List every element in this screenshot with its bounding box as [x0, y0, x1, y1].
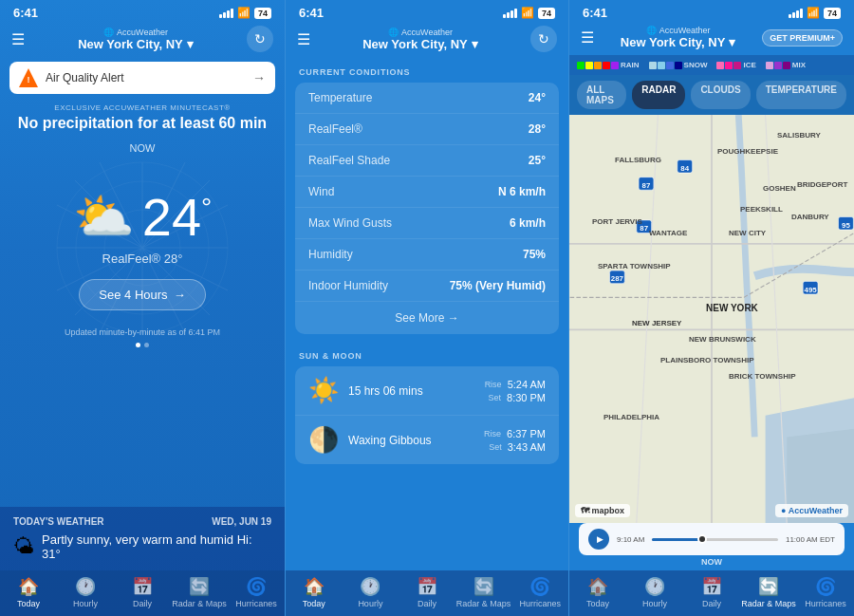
alert-bar[interactable]: Air Quality Alert →: [9, 62, 275, 94]
see-more-button[interactable]: See More →: [295, 302, 559, 334]
svg-text:287: 287: [611, 274, 624, 283]
svg-text:87: 87: [642, 181, 651, 190]
location-selector-3[interactable]: New York City, NY ▾: [621, 35, 736, 49]
chevron-down-icon: ▾: [187, 37, 194, 51]
sun-row: ☀️ 15 hrs 06 mins Rise 5:24 AM Set 8:30 …: [295, 366, 559, 416]
premium-button[interactable]: GET PREMIUM+: [762, 29, 843, 47]
hourly-nav-label-3: Hourly: [642, 599, 667, 608]
nav3-radar[interactable]: 🔄 Radar & Maps: [740, 576, 797, 608]
play-button[interactable]: ▶: [588, 529, 609, 550]
legend-mix: MIX: [766, 61, 806, 69]
nav-today[interactable]: 🏠 Today: [0, 576, 57, 608]
map-background: 87 84 87 287 495 95 SALISBURY FALLSBURG …: [569, 115, 854, 523]
location-selector-2[interactable]: New York City, NY ▾: [362, 37, 478, 51]
chevron-down-icon-3: ▾: [729, 35, 735, 49]
status-icons-2: 📶 74: [503, 7, 555, 19]
legend-rain-label: RAIN: [621, 61, 640, 69]
nav2-hourly[interactable]: 🕐 Hourly: [343, 576, 399, 608]
hurricane-nav-label: Hurricanes: [235, 599, 277, 608]
accuweather-brand-2: 🌐 AccuWeather: [388, 28, 453, 37]
map-label-goshen: GOSHEN: [763, 184, 796, 193]
timeline-start: 9:10 AM: [617, 535, 644, 544]
mapbox-logo: 🗺 mapbox: [575, 504, 630, 517]
map-label-newcity: NEW CITY: [729, 229, 766, 237]
nav3-today[interactable]: 🏠 Today: [569, 576, 626, 608]
timeline-fill: [652, 538, 702, 541]
weather-main: NOW ⛅ 24° RealFeel® 28° See 4 Hours → Up…: [0, 139, 285, 507]
map-view[interactable]: 87 84 87 287 495 95 SALISBURY FALLSBURG …: [569, 115, 854, 523]
moon-set-row: Set 3:43 AM: [489, 441, 546, 453]
todays-header: TODAY'S WEATHER WED, JUN 19: [13, 516, 271, 527]
daily-nav-icon-2: 📅: [417, 576, 437, 597]
alert-arrow-icon: →: [252, 70, 266, 85]
map-label-brick: BRICK TOWNSHIP: [729, 372, 796, 381]
chevron-down-icon-2: ▾: [472, 37, 478, 51]
condition-humidity-label: Humidity: [308, 248, 353, 261]
tab-temperature[interactable]: TEMPERATURE: [756, 81, 846, 109]
hurricane-nav-icon: 🌀: [246, 576, 267, 597]
menu-icon-3[interactable]: ☰: [581, 28, 594, 47]
condition-humidity: Humidity 75%: [295, 239, 559, 271]
nav2-hurricanes[interactable]: 🌀 Hurricanes: [511, 576, 568, 608]
menu-icon-2[interactable]: ☰: [297, 30, 310, 48]
legend-snow: SNOW: [649, 61, 708, 69]
alert-text: Air Quality Alert: [46, 71, 245, 84]
condition-realfeel-shade: RealFeel Shade 25°: [295, 145, 559, 177]
top-nav-2: ☰ 🌐 AccuWeather New York City, NY ▾ ↻: [286, 24, 568, 58]
alert-icon: [19, 68, 38, 87]
hurricane-nav-label-2: Hurricanes: [519, 599, 561, 608]
nav-daily[interactable]: 📅 Daily: [114, 576, 171, 608]
radar-nav-label-2: Radar & Maps: [456, 599, 511, 608]
accuweather-brand: 🌐 AccuWeather: [103, 28, 168, 37]
nav3-hourly[interactable]: 🕐 Hourly: [626, 576, 683, 608]
tab-all-maps[interactable]: ALL MAPS: [577, 81, 626, 109]
panel-today: 6:41 📶 74 ☰ 🌐 AccuWeather New York City,…: [0, 0, 285, 616]
timeline-track[interactable]: [652, 532, 778, 547]
todays-description: Partly sunny, very warm and humid Hi: 31…: [42, 532, 271, 561]
radial-decoration: [47, 153, 237, 343]
daily-nav-label: Daily: [133, 599, 152, 608]
timeline-handle[interactable]: [697, 534, 707, 544]
time-3: 6:41: [583, 6, 607, 20]
condition-max-wind: Max Wind Gusts 6 km/h: [295, 208, 559, 239]
hourly-nav-icon-2: 🕐: [360, 576, 381, 597]
condition-realfeel-value: 28°: [529, 122, 546, 136]
temperature-value: 24°: [142, 186, 213, 248]
nav3-hurricanes[interactable]: 🌀 Hurricanes: [797, 576, 854, 608]
sun-moon-header: SUN & MOON: [286, 342, 568, 366]
today-nav-icon-3: 🏠: [587, 576, 608, 597]
sun-set-value: 8:30 PM: [507, 392, 546, 403]
nav-right-icon-2[interactable]: ↻: [530, 26, 557, 52]
nav3-daily[interactable]: 📅 Daily: [683, 576, 740, 608]
legend-mix-label: MIX: [792, 61, 806, 69]
location-selector[interactable]: New York City, NY ▾: [78, 37, 194, 51]
map-label-newjersey: NEW JERSEY: [632, 319, 681, 327]
nav-hurricanes[interactable]: 🌀 Hurricanes: [228, 576, 285, 608]
map-label-poughkeepsie: POUGHKEEPSIE: [717, 147, 778, 156]
condition-wind-value: N 6 km/h: [498, 185, 546, 198]
nav2-daily[interactable]: 📅 Daily: [399, 576, 455, 608]
minutecast-label: EXCLUSIVE ACCUWEATHER MINUTECAST®: [9, 103, 275, 112]
condition-wind: Wind N 6 km/h: [295, 177, 559, 208]
nav-radar[interactable]: 🔄 Radar & Maps: [171, 576, 228, 608]
top-nav-3: ☰ 🌐 AccuWeather New York City, NY ▾ GET …: [569, 24, 854, 55]
menu-icon[interactable]: ☰: [11, 30, 25, 48]
location-center-3: 🌐 AccuWeather New York City, NY ▾: [621, 26, 736, 49]
nav-hourly[interactable]: 🕐 Hourly: [57, 576, 114, 608]
daily-nav-label-3: Daily: [702, 599, 721, 608]
map-label-wantage: WANTAGE: [649, 229, 687, 237]
tab-radar[interactable]: RADAR: [632, 81, 685, 109]
legend-snow-label: SNOW: [684, 61, 708, 69]
sun-duration: 15 hrs 06 mins: [348, 384, 475, 398]
tab-clouds[interactable]: CLOUDS: [691, 81, 750, 109]
nav2-today[interactable]: 🏠 Today: [286, 576, 343, 608]
status-icons-1: 📶 74: [219, 7, 271, 19]
wifi-icon: 📶: [237, 7, 251, 19]
moon-set-label: Set: [489, 442, 502, 452]
daily-nav-icon-3: 📅: [701, 576, 722, 597]
radar-nav-icon-3: 🔄: [758, 576, 779, 597]
moon-times: Rise 6:37 PM Set 3:43 AM: [484, 428, 546, 453]
nav-right-icon[interactable]: ↻: [247, 26, 273, 52]
nav2-radar[interactable]: 🔄 Radar & Maps: [455, 576, 512, 608]
map-label-peekskill: PEEKSKILL: [740, 205, 783, 214]
